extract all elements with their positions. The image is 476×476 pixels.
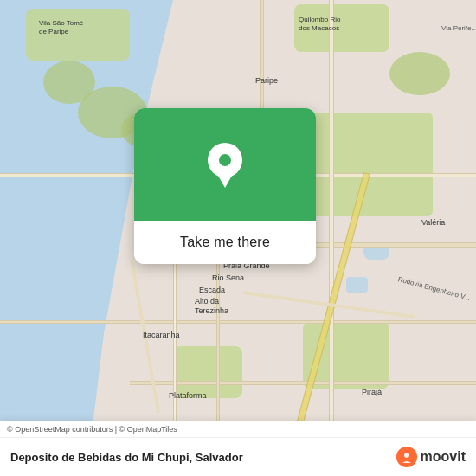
road-diag-1	[130, 260, 160, 414]
label-paripe: Paripe	[255, 76, 278, 85]
map-attribution: © OpenStreetMap contributors | © OpenMap…	[0, 421, 476, 438]
forest-4	[389, 52, 450, 95]
label-valeria: Valéria	[421, 218, 445, 227]
green-park-5	[173, 346, 242, 398]
road-h-3	[0, 320, 476, 324]
place-info: Deposito de Bebidas do Mi Chupi, Salvado…	[0, 438, 476, 476]
action-card: Take me there	[134, 108, 316, 264]
pin-circle	[208, 143, 242, 177]
label-via-perife: Via Perife...	[441, 24, 476, 33]
pin-tail	[218, 176, 232, 188]
green-park-1	[26, 9, 130, 61]
label-escada: Escada	[199, 286, 225, 294]
moovit-text: moovit	[421, 449, 466, 465]
card-map-green-header	[134, 108, 316, 221]
place-name: Deposito de Bebidas do Mi Chupi, Salvado…	[10, 451, 243, 464]
location-pin	[208, 143, 242, 186]
moovit-icon	[396, 447, 417, 467]
pin-dot	[219, 154, 231, 166]
take-me-there-button[interactable]: Take me there	[134, 221, 316, 264]
label-alto-terezinha: Alto daTerezinha	[195, 297, 228, 316]
bottom-bar: © OpenStreetMap contributors | © OpenMap…	[0, 421, 476, 476]
road-h-4	[130, 381, 476, 385]
green-park-2	[294, 4, 389, 52]
road-v-3	[329, 0, 334, 476]
water-small-2	[346, 277, 368, 293]
map-container: Vila São Toméde Paripe Quilombo Riodos M…	[0, 0, 476, 476]
moovit-logo: moovit	[396, 447, 466, 467]
svg-point-0	[404, 453, 409, 458]
label-rodovia: Rodovia Engenheiro V...	[397, 275, 471, 302]
